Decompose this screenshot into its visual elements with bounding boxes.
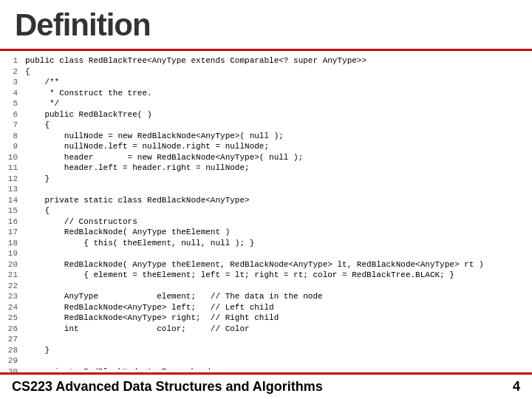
footer-course: CS223 Advanced Data Structures and Algor… bbox=[12, 379, 323, 395]
content-section: 1234567891011121314151617181920212223242… bbox=[0, 51, 532, 372]
footer-section: CS223 Advanced Data Structures and Algor… bbox=[0, 372, 532, 399]
slide-title: Definition bbox=[15, 7, 517, 43]
line-numbers: 1234567891011121314151617181920212223242… bbox=[0, 54, 22, 369]
footer-page: 4 bbox=[513, 379, 520, 395]
header-section: Definition bbox=[0, 0, 532, 51]
slide-container: Definition 12345678910111213141516171819… bbox=[0, 0, 532, 399]
code-area: public class RedBlackTree<AnyType extend… bbox=[22, 54, 532, 369]
